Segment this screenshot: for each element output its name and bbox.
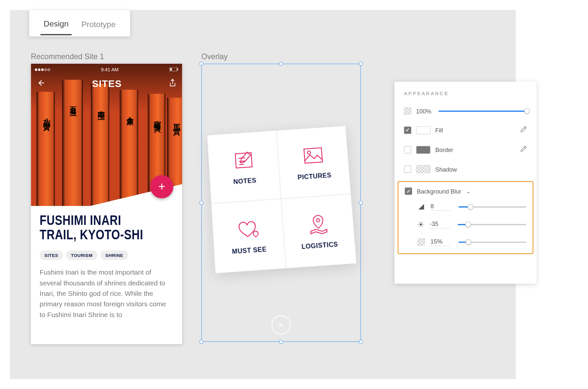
eyedropper-icon[interactable]	[520, 126, 527, 134]
blur-amount-row: 8	[399, 198, 533, 216]
blur-noise-row: 15%	[399, 233, 533, 251]
eyedropper-icon[interactable]	[520, 145, 527, 154]
border-label: Border	[435, 146, 453, 153]
blur-amount-icon	[418, 203, 425, 210]
site-title: FUSHIMI INARI TRAIL, KYOTO-SHI	[40, 213, 149, 242]
status-bar: 9:41 AM	[31, 66, 182, 73]
menu-logistics[interactable]: LOGISTICS	[281, 194, 357, 268]
bgblur-checkbox[interactable]: ✓	[405, 188, 412, 195]
shadow-row: Shadow	[394, 160, 536, 179]
svg-point-7	[420, 223, 422, 226]
artboard-recommended-site[interactable]: 八列小貴 五日玉 本岡玉 金康 宮崎秀夫 馬一貴 9:41 AM	[31, 64, 182, 344]
tags-row: SITES TOURISM SHRINE	[40, 251, 173, 260]
signal-dots-icon	[35, 69, 50, 71]
resize-handle[interactable]	[199, 340, 203, 344]
menu-notes[interactable]: NOTES	[207, 130, 281, 204]
mode-tabs: Design Prototype	[29, 10, 130, 37]
blur-brightness-slider[interactable]	[458, 224, 526, 225]
svg-rect-1	[177, 69, 178, 70]
bgblur-label[interactable]: Background Blur	[417, 188, 461, 194]
body-text: Fushimi Inari is the most important of s…	[40, 267, 173, 320]
svg-rect-4	[304, 148, 322, 163]
svg-rect-2	[170, 68, 172, 70]
blur-amount-value[interactable]: 8	[431, 203, 450, 211]
screen-title: SITES	[92, 78, 122, 89]
background-blur-section: ✓ Background Blur ⌄ 8 -35 15%	[398, 181, 533, 254]
resize-handle[interactable]	[199, 201, 203, 205]
tag-item[interactable]: TOURISM	[66, 251, 98, 260]
heart-icon	[236, 217, 260, 241]
resize-handle[interactable]	[279, 62, 283, 66]
svg-point-6	[316, 218, 320, 222]
border-color[interactable]	[416, 146, 431, 154]
shadow-label: Shadow	[435, 166, 457, 173]
svg-point-5	[307, 151, 310, 154]
shadow-checkbox[interactable]	[404, 165, 411, 173]
menu-label: MUST SEE	[232, 245, 267, 255]
opacity-slider[interactable]	[439, 110, 527, 112]
tab-design[interactable]: Design	[41, 11, 72, 35]
back-arrow-icon[interactable]	[37, 78, 45, 89]
blur-brightness-value[interactable]: -35	[430, 220, 449, 228]
pictures-icon	[301, 144, 325, 167]
battery-icon	[170, 67, 178, 73]
artboard-label-recommended[interactable]: Recommended Site 1	[31, 53, 104, 61]
opacity-row: 100%	[394, 102, 536, 120]
fill-row: ✓ Fill	[394, 120, 536, 140]
tag-item[interactable]: SHRINE	[101, 251, 128, 260]
resize-handle[interactable]	[359, 340, 363, 344]
menu-mustsee[interactable]: MUST SEE	[211, 199, 286, 273]
artboard-label-overlay[interactable]: Overlay	[202, 53, 228, 61]
fab-add-button[interactable]: +	[150, 175, 173, 198]
blur-noise-slider[interactable]	[459, 242, 526, 243]
blur-brightness-row: -35	[399, 215, 533, 233]
fill-checkbox[interactable]: ✓	[404, 127, 411, 134]
overlay-menu-card: NOTES PICTURES MUST SEE	[207, 126, 357, 273]
artboard-overlay[interactable]: NOTES PICTURES MUST SEE	[202, 64, 361, 342]
opacity-value[interactable]: 100%	[416, 108, 432, 114]
resize-handle[interactable]	[199, 62, 203, 66]
share-icon[interactable]	[169, 78, 177, 89]
border-checkbox[interactable]	[404, 146, 411, 153]
map-pin-icon	[306, 212, 330, 236]
blur-noise-value[interactable]: 15%	[431, 238, 450, 246]
border-row: Border	[394, 140, 536, 160]
panel-title: APPEARANCE	[394, 91, 536, 102]
tab-prototype[interactable]: Prototype	[78, 12, 119, 35]
close-button[interactable]: ×	[271, 315, 291, 335]
status-time: 9:41 AM	[101, 67, 119, 73]
svg-rect-3	[235, 153, 252, 168]
appearance-panel: APPEARANCE 100% ✓ Fill Border Shadow ✓ B…	[394, 82, 536, 284]
resize-handle[interactable]	[279, 340, 283, 344]
shadow-color[interactable]	[416, 165, 431, 173]
fill-color[interactable]	[416, 126, 431, 134]
blur-amount-slider[interactable]	[459, 206, 526, 208]
opacity-swatch-icon	[404, 108, 411, 115]
tag-item[interactable]: SITES	[40, 251, 63, 260]
chevron-down-icon[interactable]: ⌄	[466, 188, 470, 194]
menu-label: PICTURES	[297, 172, 332, 181]
menu-pictures[interactable]: PICTURES	[276, 126, 351, 199]
brightness-icon	[418, 221, 424, 228]
menu-label: NOTES	[233, 177, 257, 186]
resize-handle[interactable]	[359, 62, 363, 66]
notes-icon	[232, 148, 255, 172]
noise-icon	[418, 238, 425, 245]
resize-handle[interactable]	[359, 201, 363, 205]
fill-label: Fill	[435, 127, 443, 133]
menu-label: LOGISTICS	[301, 241, 338, 250]
